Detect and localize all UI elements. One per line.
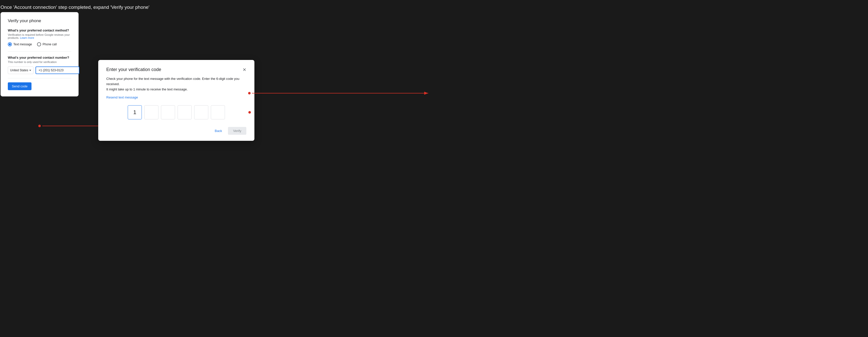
modal-header: Enter your verification code ✕ (106, 67, 246, 72)
contact-method-desc: Verification is required before Google r… (8, 33, 71, 39)
code-input-6[interactable] (211, 105, 225, 119)
contact-method-radio-group: Text message Phone call (8, 42, 71, 47)
contact-method-label: What's your preferred contact method? (8, 28, 71, 32)
learn-more-link[interactable]: Learn more (20, 36, 34, 39)
instruction-text: Once 'Account connection' step completed… (0, 4, 149, 10)
right-panel: Enter your verification code ✕ Check you… (98, 60, 254, 141)
code-input-3[interactable] (161, 105, 175, 119)
phone-input-row: United States (8, 66, 71, 74)
code-input-row (106, 105, 246, 119)
modal-title: Enter your verification code (106, 67, 161, 72)
contact-number-label: What's your preferred contact number? (8, 56, 71, 59)
send-code-button[interactable]: Send code (8, 82, 31, 90)
back-button[interactable]: Back (211, 127, 226, 135)
radio-text-message[interactable]: Text message (8, 42, 32, 47)
radio-phone-call[interactable]: Phone call (37, 42, 57, 47)
modal-footer: Back Verify (106, 127, 246, 135)
phone-number-input[interactable] (35, 66, 79, 74)
svg-point-2 (38, 125, 41, 127)
modal-desc: Check your phone for the text message wi… (106, 76, 246, 92)
country-select[interactable]: United States (8, 66, 33, 74)
code-input-1[interactable] (128, 105, 142, 119)
code-input-5[interactable] (194, 105, 208, 119)
verify-button[interactable]: Verify (228, 127, 246, 135)
close-button[interactable]: ✕ (243, 67, 246, 72)
chevron-down-icon (29, 70, 31, 71)
radio-text-icon (8, 42, 12, 47)
code-arrow-dot (248, 111, 251, 114)
code-input-4[interactable] (178, 105, 192, 119)
left-panel: Verify your phone What's your preferred … (0, 12, 79, 96)
radio-call-icon (37, 42, 41, 47)
code-input-2[interactable] (144, 105, 158, 119)
divider-1 (8, 51, 71, 52)
contact-number-desc: This number is only used for verificatio… (8, 60, 71, 63)
country-label: United States (10, 68, 28, 72)
panel-title: Verify your phone (8, 19, 71, 24)
resend-link[interactable]: Resend text message (106, 95, 246, 99)
